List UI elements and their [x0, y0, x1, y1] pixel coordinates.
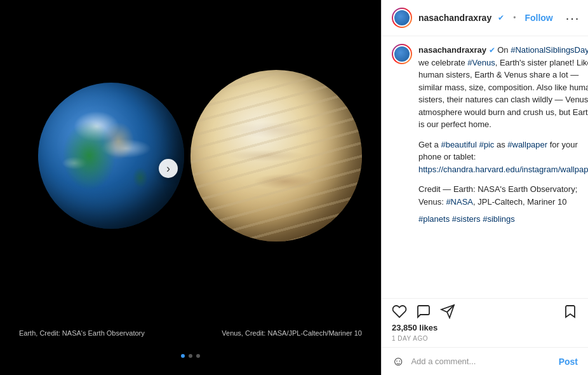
header-username[interactable]: nasachandraxray [418, 13, 491, 23]
earth-caption: Earth, Credit: NASA's Earth Observatory [19, 329, 145, 337]
caption-main-text: On #NationalSiblingsDay, we celebrate #V… [418, 45, 588, 129]
verified-badge: ✔ [498, 13, 504, 22]
action-icons-row [392, 304, 578, 319]
hashtag-planets[interactable]: #planets [418, 214, 450, 224]
venus-caption: Venus, Credit: NASA/JPL-Caltech/Mariner … [222, 329, 362, 337]
hashtag-national-siblings[interactable]: #NationalSiblingsDay [511, 45, 588, 55]
venus-planet [190, 70, 362, 242]
likes-count: 23,850 likes [392, 323, 578, 332]
right-panel: nasachandraxray ✔ • Follow ··· nasachand… [381, 0, 588, 375]
comment-input[interactable] [411, 357, 552, 366]
hashtag-wallpaper[interactable]: #wallpaper [507, 140, 547, 149]
hashtag-siblings[interactable]: #siblings [483, 214, 515, 224]
hashtag-pic[interactable]: #pic [479, 140, 494, 149]
share-button[interactable] [440, 304, 455, 319]
wallpaper-link[interactable]: https://chandra.harvard.edu/instagram/wa… [418, 165, 588, 174]
dot-separator: • [513, 13, 516, 22]
next-image-button[interactable] [159, 159, 178, 178]
dot-3[interactable] [196, 354, 200, 358]
header-avatar[interactable] [392, 8, 412, 28]
like-button[interactable] [392, 304, 407, 319]
caption-content: nasachandraxray ✔ On #NationalSiblingsDa… [418, 44, 588, 226]
caption-username[interactable]: nasachandraxray [418, 45, 486, 55]
time-ago: 1 day ago [392, 335, 578, 342]
post-comment-button[interactable]: Post [559, 357, 578, 367]
hashtag-nasa[interactable]: #NASA [446, 197, 473, 207]
image-panel: Earth, Credit: NASA's Earth Observatory … [0, 0, 381, 375]
hashtag-beautiful[interactable]: #beautiful [441, 140, 476, 149]
more-options-button[interactable]: ··· [566, 11, 580, 25]
credit-section: Credit — Earth: NASA's Earth Observatory… [418, 183, 588, 208]
hashtag-sisters[interactable]: #sisters [452, 214, 481, 224]
dot-2[interactable] [189, 354, 192, 358]
hashtag-venus[interactable]: #Venus [467, 58, 495, 67]
caption-avatar[interactable] [392, 44, 412, 64]
comments-area[interactable]: nasachandraxray ✔ On #NationalSiblingsDa… [382, 36, 588, 298]
actions-bar: 23,850 likes 1 day ago [382, 298, 588, 347]
caption-item: nasachandraxray ✔ On #NationalSiblingsDa… [392, 44, 578, 226]
dot-1[interactable] [181, 354, 185, 358]
tags-section: #planets #sisters #siblings [418, 213, 588, 226]
dots-pagination [0, 337, 381, 375]
comment-button[interactable] [416, 304, 431, 319]
earth-planet [38, 83, 184, 229]
image-captions: Earth, Credit: NASA's Earth Observatory … [0, 329, 381, 337]
bookmark-button[interactable] [563, 304, 578, 319]
wallpaper-section: Get a #beautiful #pic as #wallpaper for … [418, 139, 588, 176]
emoji-button[interactable]: ☺ [392, 354, 404, 369]
caption-verified: ✔ [489, 46, 495, 55]
post-header: nasachandraxray ✔ • Follow ··· [382, 0, 588, 36]
follow-button[interactable]: Follow [525, 13, 552, 23]
add-comment-bar: ☺ Post [382, 347, 588, 375]
space-image [0, 0, 381, 337]
